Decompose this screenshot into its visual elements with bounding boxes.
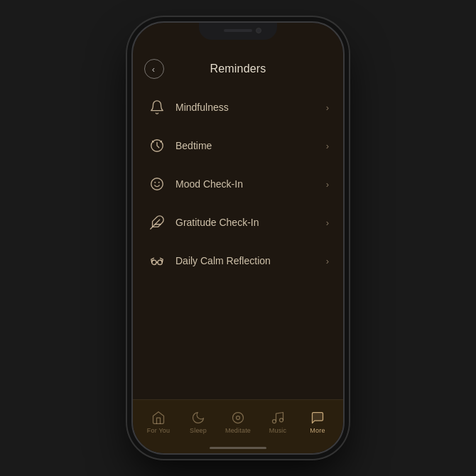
clock-icon	[147, 136, 167, 156]
speaker	[224, 29, 252, 32]
reminders-list: Mindfulness › Bedtime ›	[133, 84, 343, 399]
nav-music[interactable]: Music	[258, 411, 298, 434]
phone-screen: ‹ Reminders Mindfulness ›	[133, 23, 343, 453]
bedtime-item[interactable]: Bedtime ›	[133, 126, 343, 165]
music-icon	[271, 411, 285, 425]
mindfulness-item[interactable]: Mindfulness ›	[133, 88, 343, 126]
nav-more[interactable]: More	[298, 411, 337, 434]
glasses-icon	[147, 251, 167, 271]
page-title: Reminders	[210, 63, 266, 75]
daily-calm-item[interactable]: Daily Calm Reflection ›	[133, 242, 343, 280]
bedtime-chevron-icon: ›	[326, 141, 329, 151]
home-icon	[151, 411, 166, 425]
svg-point-1	[151, 178, 163, 190]
notch	[199, 23, 277, 40]
for-you-label: For You	[147, 427, 170, 434]
back-chevron-icon: ‹	[152, 65, 155, 74]
feather-icon	[147, 212, 167, 232]
gratitude-checkin-item[interactable]: Gratitude Check-In ›	[133, 203, 343, 242]
back-button[interactable]: ‹	[144, 59, 164, 79]
camera	[256, 28, 261, 33]
nav-for-you[interactable]: For You	[139, 411, 178, 434]
nav-sleep[interactable]: Sleep	[178, 411, 218, 434]
gratitude-checkin-label: Gratitude Check-In	[175, 217, 326, 228]
mood-checkin-chevron-icon: ›	[326, 179, 329, 190]
bell-icon	[147, 97, 167, 117]
meditate-icon	[231, 411, 245, 425]
svg-point-11	[280, 418, 283, 422]
page-header: ‹ Reminders	[133, 54, 343, 84]
smile-icon	[147, 174, 167, 194]
gratitude-checkin-chevron-icon: ›	[326, 217, 329, 228]
moon-icon	[191, 411, 205, 425]
svg-point-9	[237, 416, 240, 420]
mindfulness-label: Mindfulness	[175, 102, 326, 113]
mood-checkin-label: Mood Check-In	[175, 178, 326, 190]
mood-checkin-item[interactable]: Mood Check-In ›	[133, 165, 343, 203]
sleep-label: Sleep	[190, 427, 207, 434]
music-label: Music	[269, 427, 287, 434]
daily-calm-label: Daily Calm Reflection	[175, 255, 326, 266]
bedtime-label: Bedtime	[175, 140, 326, 151]
bottom-navigation: For You Sleep Meditate	[133, 399, 343, 453]
phone-frame: ‹ Reminders Mindfulness ›	[131, 21, 345, 455]
nav-meditate[interactable]: Meditate	[218, 411, 258, 434]
more-label: More	[310, 427, 325, 434]
mindfulness-chevron-icon: ›	[326, 102, 329, 113]
daily-calm-chevron-icon: ›	[326, 256, 329, 266]
svg-point-8	[233, 413, 244, 423]
meditate-label: Meditate	[225, 427, 251, 434]
content-area: ‹ Reminders Mindfulness ›	[133, 54, 343, 453]
svg-point-10	[273, 420, 276, 423]
more-icon	[310, 411, 325, 425]
home-indicator	[210, 447, 266, 449]
